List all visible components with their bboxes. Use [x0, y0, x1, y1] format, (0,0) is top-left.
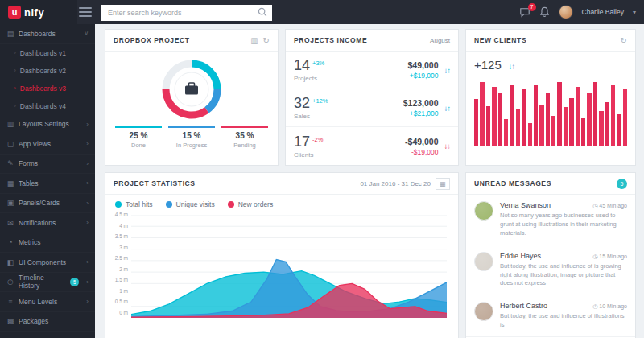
- messages-count-badge: 5: [617, 179, 627, 189]
- subitem-icon: ◦: [14, 102, 16, 109]
- y-tick-label: 1 m: [110, 289, 128, 295]
- sidebar-item-tables[interactable]: ▦Tables›: [0, 174, 95, 194]
- sidebar-item-notifications[interactable]: ✉Notifications›: [0, 213, 95, 233]
- legend-label: Total hits: [126, 200, 153, 208]
- bar: [498, 93, 502, 146]
- sidebar-item-label: Timeline History: [19, 274, 67, 290]
- sidebar-subitem-dashboards-v4[interactable]: ◦Dashboards v4: [0, 97, 95, 115]
- sidebar-subitem-dashboards-v1[interactable]: ◦Dashboards v1: [0, 44, 95, 62]
- dropbox-stat: 35 %Pending: [221, 126, 268, 149]
- new-clients-body: +125 ↓↑: [466, 52, 635, 146]
- chart-icon[interactable]: ▥: [250, 36, 258, 45]
- notifications-icon: ✉: [6, 219, 14, 227]
- bell-icon[interactable]: [539, 6, 550, 18]
- logo-text: nify: [24, 6, 44, 19]
- sidebar-item-panels-cards[interactable]: ▣Panels/Cards›: [0, 194, 95, 214]
- message-item[interactable]: Herbert Castro◷ 10 Min agoBut today, the…: [466, 295, 635, 337]
- user-avatar[interactable]: [559, 5, 573, 19]
- main-content: DROPBOX PROJECT ▥ ↻ 25 %Done15 %In Progr…: [95, 24, 644, 338]
- stat-label: Pending: [221, 142, 268, 149]
- legend-item[interactable]: Unique visits: [166, 200, 215, 208]
- refresh-icon[interactable]: ↻: [621, 36, 627, 45]
- legend-dot: [228, 201, 234, 208]
- bar: [617, 114, 621, 146]
- user-name[interactable]: Charlie Bailey: [582, 8, 624, 16]
- search-input[interactable]: [101, 5, 272, 21]
- avatar: [474, 252, 493, 271]
- app-views-icon: ▢: [6, 140, 14, 148]
- new-clients-card: NEW CLIENTS ↻ +125 ↓↑: [465, 29, 636, 166]
- chevron-right-icon: ›: [86, 200, 89, 207]
- chat-icon[interactable]: 7: [519, 7, 530, 18]
- arrow-icon: ↑: [447, 104, 450, 113]
- income-change: -2%: [312, 136, 323, 143]
- income-delta: -$19,000: [405, 148, 438, 156]
- sidebar-item-packages[interactable]: ▩Packages: [0, 312, 95, 332]
- message-header: Herbert Castro◷ 10 Min ago: [500, 302, 627, 310]
- search-icon[interactable]: [257, 6, 268, 18]
- message-item[interactable]: Verna Swanson◷ 45 Min agoNot so many yea…: [466, 195, 635, 245]
- bar: [510, 84, 514, 146]
- sidebar-item-dashboards[interactable]: ▤Dashboards∨: [0, 24, 95, 44]
- dropbox-stats-row: 25 %Done15 %In Progress35 %Pending: [105, 126, 278, 149]
- bar: [576, 87, 580, 146]
- card-header: PROJECT STATISTICS 01 Jan 2016 - 31 Dec …: [105, 173, 458, 195]
- chevron-right-icon: ›: [86, 121, 89, 128]
- message-item[interactable]: Eddie Hayes◷ 15 Min agoBut today, the us…: [466, 245, 635, 296]
- arrow-icon: ↓: [447, 142, 450, 150]
- bar: [605, 102, 609, 146]
- ui-components-icon: ◧: [6, 258, 14, 266]
- bar: [522, 89, 526, 146]
- chevron-down-icon: ∨: [84, 30, 89, 37]
- y-tick-label: 4 m: [110, 224, 128, 229]
- sidebar: ▤Dashboards∨◦Dashboards v1◦Dashboards v2…: [0, 24, 95, 338]
- date-range-label[interactable]: 01 Jan 2016 - 31 Dec 20: [360, 180, 431, 188]
- tables-icon: ▦: [6, 179, 14, 188]
- income-period-label[interactable]: August: [430, 37, 450, 44]
- card-header: PROJECTS INCOME August: [286, 30, 458, 52]
- bar: [593, 82, 597, 146]
- sidebar-item-layouts-settings[interactable]: ▥Layouts Settings›: [0, 115, 95, 135]
- subitem-icon: ◦: [14, 67, 16, 74]
- menu-levels-icon: ≡: [6, 298, 14, 306]
- avatar: [474, 302, 493, 321]
- sidebar-item-forms[interactable]: ✎Forms›: [0, 155, 95, 175]
- brand-logo[interactable]: u nify: [0, 0, 77, 24]
- income-number-line: 14+3%: [294, 58, 324, 73]
- bar: [539, 105, 543, 146]
- sidebar-subitem-label: Dashboards v2: [20, 67, 66, 75]
- legend-item[interactable]: Total hits: [115, 200, 153, 208]
- briefcase-icon: [184, 82, 200, 97]
- message-sender: Herbert Castro: [500, 302, 547, 310]
- legend-dot: [166, 201, 172, 208]
- income-value: 32: [294, 95, 310, 111]
- calendar-icon[interactable]: ▦: [436, 178, 450, 190]
- messages-card-title: UNREAD MESSAGES: [474, 179, 551, 188]
- sidebar-subitem-dashboards-v3[interactable]: ◦Dashboards v3: [0, 80, 95, 97]
- sidebar-item-menu-levels[interactable]: ≡Menu Levels›: [0, 292, 95, 312]
- chat-badge: 7: [528, 3, 536, 11]
- user-menu-chevron-icon[interactable]: ▾: [633, 9, 636, 16]
- bar: [474, 99, 478, 146]
- message-time: ◷ 10 Min ago: [592, 303, 627, 310]
- bar: [546, 93, 550, 146]
- bar: [569, 98, 573, 146]
- bar: [492, 87, 496, 146]
- sidebar-item-label: Panels/Cards: [19, 199, 60, 207]
- message-text: Not so many years ago businesses used to…: [500, 212, 627, 238]
- sidebar-item-app-views[interactable]: ▢App Views›: [0, 134, 95, 155]
- dropbox-stat: 15 %In Progress: [168, 126, 215, 149]
- avatar: [474, 201, 493, 221]
- chevron-right-icon: ›: [86, 179, 89, 187]
- bar: [480, 82, 484, 146]
- sidebar-item-metrics[interactable]: ◔Metrics: [0, 233, 95, 254]
- legend-item[interactable]: New orders: [228, 200, 273, 208]
- sidebar-item-ui-components[interactable]: ◧UI Components›: [0, 253, 95, 273]
- sidebar-toggle-icon[interactable]: [79, 7, 92, 17]
- message-body: Eddie Hayes◷ 15 Min agoBut today, the us…: [500, 252, 627, 289]
- sidebar-item-timeline-history[interactable]: ◷Timeline History5›: [0, 273, 95, 293]
- y-tick-label: 2.5 m: [110, 256, 128, 262]
- refresh-icon[interactable]: ↻: [263, 36, 270, 45]
- y-tick-label: 0 m: [110, 311, 128, 316]
- sidebar-subitem-dashboards-v2[interactable]: ◦Dashboards v2: [0, 62, 95, 80]
